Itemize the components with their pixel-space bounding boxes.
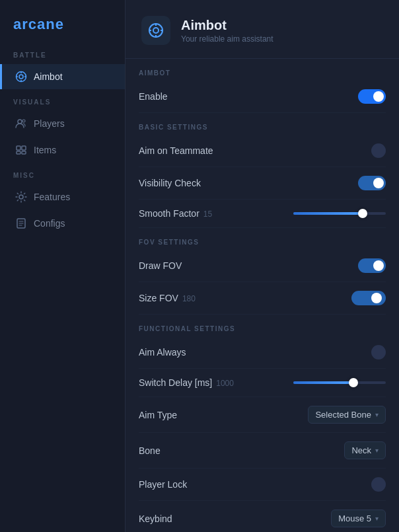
svg-rect-9 [22,146,26,150]
keybind-row: Keybind Mouse 5 ▾ [139,501,386,532]
svg-rect-11 [22,151,26,154]
visibility-check-label: Visibility Check [139,178,201,188]
aim-type-dropdown[interactable]: Selected Bone ▾ [308,406,386,424]
svg-point-18 [153,28,159,33]
smooth-factor-row: Smooth Factor15 [139,200,386,228]
svg-point-12 [19,195,23,199]
sidebar-item-aimbot-label: Aimbot [34,71,63,82]
content-section: Aimbot Enable Basic Settings Aim on Team… [126,59,399,532]
sidebar-item-players-label: Players [34,118,65,129]
aim-on-teammate-row: Aim on Teammate [139,135,386,167]
size-fov-hint: 180 [182,294,196,303]
sidebar: arcane BATTLE Aimbot VISUALS [0,0,126,532]
sidebar-item-features-label: Features [34,192,70,202]
switch-delay-fill [293,381,353,384]
size-fov-thumb [371,293,382,303]
bone-row: Bone Neck ▾ [139,433,386,469]
switch-delay-hint: 1000 [216,379,234,388]
sidebar-item-configs[interactable]: Configs [0,211,125,236]
configs-icon [15,217,27,229]
visibility-check-thumb [373,178,384,188]
aim-on-teammate-toggle[interactable] [371,143,386,158]
smooth-factor-fill [293,212,363,215]
sidebar-item-aimbot[interactable]: Aimbot [0,64,125,89]
switch-delay-thumb [349,378,358,387]
aim-always-label: Aim Always [139,347,186,358]
smooth-factor-track [293,212,386,215]
page-icon [141,16,170,45]
draw-fov-thumb [373,260,384,271]
sidebar-item-items[interactable]: Items [0,137,125,163]
functional-group-label: Functional Settings [139,315,386,336]
items-icon [15,144,27,156]
keybind-dropdown[interactable]: Mouse 5 ▾ [331,510,386,527]
switch-delay-row: Switch Delay [ms]1000 [139,369,386,397]
bone-label: Bone [139,445,161,456]
battle-section-label: BATTLE [0,52,125,64]
svg-point-6 [18,120,22,124]
page-title: Aimbot [181,18,273,33]
player-lock-toggle[interactable] [371,477,386,492]
smooth-factor-thumb [358,209,367,218]
keybind-chevron: ▾ [375,515,379,522]
smooth-factor-slider[interactable] [293,212,386,215]
svg-rect-10 [17,151,20,154]
visibility-check-row: Visibility Check [139,167,386,200]
players-icon [15,118,27,130]
basic-group-label: Basic Settings [139,113,386,135]
misc-section-label: MISC [0,172,125,184]
aim-always-row: Aim Always [139,336,386,369]
draw-fov-label: Draw FOV [139,260,182,271]
player-lock-label: Player Lock [139,479,187,490]
smooth-factor-hint: 15 [203,209,212,219]
aim-type-value: Selected Bone [315,410,371,420]
sidebar-item-features[interactable]: Features [0,184,125,209]
player-lock-row: Player Lock [139,469,386,501]
switch-delay-track [293,381,386,384]
visuals-section-label: VISUALS [0,98,125,111]
svg-rect-8 [17,146,20,150]
switch-delay-label: Switch Delay [ms]1000 [139,377,234,388]
svg-point-7 [22,120,25,122]
smooth-factor-label: Smooth Factor15 [139,208,212,219]
bone-chevron: ▾ [375,447,379,454]
size-fov-toggle[interactable] [351,291,386,305]
aim-always-toggle[interactable] [371,345,386,360]
keybind-label: Keybind [139,513,172,524]
draw-fov-toggle[interactable] [358,258,386,273]
features-icon [15,191,27,203]
size-fov-label: Size FOV180 [139,293,196,303]
aimbot-icon [15,71,27,83]
sidebar-item-players[interactable]: Players [0,111,125,136]
enable-toggle-thumb [373,91,384,102]
size-fov-row: Size FOV180 [139,282,386,315]
enable-label: Enable [139,91,168,102]
bone-dropdown[interactable]: Neck ▾ [344,441,386,459]
aim-type-chevron: ▾ [375,411,379,418]
switch-delay-slider[interactable] [293,381,386,384]
sidebar-item-items-label: Items [34,145,56,155]
svg-point-1 [19,75,23,79]
aim-type-row: Aim Type Selected Bone ▾ [139,397,386,433]
aim-on-teammate-label: Aim on Teammate [139,145,213,156]
aim-type-label: Aim Type [139,410,177,420]
draw-fov-row: Draw FOV [139,250,386,282]
sidebar-item-configs-label: Configs [34,218,65,229]
main-content: Aimbot Your reliable aim assistant Aimbo… [126,0,399,532]
page-header: Aimbot Your reliable aim assistant [126,0,399,59]
enable-toggle[interactable] [358,89,386,104]
bone-value: Neck [351,445,371,455]
keybind-value: Mouse 5 [338,513,371,523]
enable-row: Enable [139,81,386,113]
fov-group-label: FOV Settings [139,228,386,250]
page-subtitle: Your reliable aim assistant [181,34,273,44]
page-title-group: Aimbot Your reliable aim assistant [181,18,273,44]
visibility-check-toggle[interactable] [358,176,386,190]
app-logo: arcane [0,16,125,52]
aimbot-group-label: Aimbot [139,59,386,81]
